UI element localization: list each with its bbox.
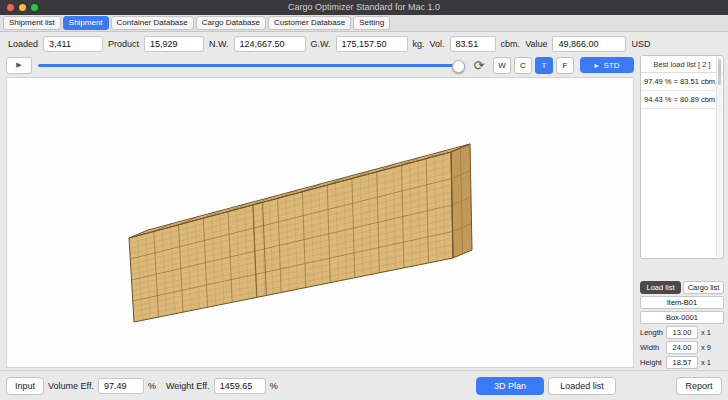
info-bar: Loaded 3,411 Product 15,929 N.W. 124,667… (0, 32, 728, 55)
tab-setting[interactable]: Setting (353, 16, 390, 30)
tab-shipment[interactable]: Shipment (63, 16, 109, 30)
window-title: Cargo Optimizer Standard for Mac 1.0 (0, 0, 728, 15)
length-count: x 1 (701, 328, 711, 337)
weight-eff-label: Weight Eff. (166, 381, 210, 391)
value-label: Value (525, 39, 547, 49)
best-load-title: Best load list [ 2 ] (641, 56, 723, 73)
height-row: Height 18.57 x 1 (640, 356, 724, 369)
load-panel-tabs: Load list Cargo list (640, 281, 724, 294)
std-button-label: STD (604, 61, 620, 70)
tab-cargo-database[interactable]: Cargo Database (196, 16, 266, 30)
vol-label: Vol. (430, 39, 445, 49)
tab-customer-database[interactable]: Customer Database (268, 16, 351, 30)
animation-slider[interactable] (38, 58, 465, 73)
volume-eff-unit: % (148, 381, 156, 391)
loaded-field[interactable]: 3,411 (43, 36, 103, 52)
slider-track[interactable] (38, 64, 465, 67)
nw-label: N.W. (209, 39, 229, 49)
right-panel: Best load list [ 2 ] 97.49 % = 83.51 cbm… (640, 55, 724, 370)
best-load-item[interactable]: 97.49 % = 83.51 cbm. (641, 73, 723, 91)
3d-viewport[interactable] (6, 77, 634, 368)
tab-load-list[interactable]: Load list (640, 281, 681, 294)
volume-eff-field[interactable]: 97.49 (98, 378, 144, 394)
report-button[interactable]: Report (676, 377, 722, 395)
product-field[interactable]: 15,929 (144, 36, 204, 52)
loaded-label: Loaded (8, 39, 38, 49)
width-row: Width 24.00 x 9 (640, 341, 724, 354)
close-button[interactable] (7, 4, 14, 11)
length-label: Length (640, 328, 666, 337)
gross-weight-field[interactable]: 175,157.50 (336, 36, 408, 52)
view-button-t[interactable]: T (535, 57, 553, 74)
net-weight-field[interactable]: 124,667.50 (234, 36, 306, 52)
volume-field[interactable]: 83.51 (450, 36, 496, 52)
app-window: Cargo Optimizer Standard for Mac 1.0 Shi… (0, 0, 728, 400)
value-unit: USD (631, 39, 650, 49)
std-button[interactable]: ▸ STD (580, 57, 634, 73)
minimize-button[interactable] (19, 4, 26, 11)
zoom-button[interactable] (31, 4, 38, 11)
view-mode-buttons: W C T F (493, 57, 574, 74)
tab-cargo-list[interactable]: Cargo list (683, 281, 724, 294)
view-toolbar: ▶ ⟳ W C T F ▸ STD (6, 55, 634, 75)
loaded-list-button[interactable]: Loaded list (548, 377, 616, 395)
gw-unit: kg. (413, 39, 425, 49)
main-tabbar: Shipment list Shipment Container Databas… (0, 15, 728, 32)
play-icon: ▶ (16, 61, 21, 69)
height-label: Height (640, 358, 666, 367)
titlebar: Cargo Optimizer Standard for Mac 1.0 (0, 0, 728, 15)
length-row: Length 13.00 x 1 (640, 326, 724, 339)
height-field[interactable]: 18.57 (666, 356, 698, 369)
play-button[interactable]: ▶ (6, 57, 32, 74)
std-arrow-icon: ▸ (594, 61, 598, 70)
width-label: Width (640, 343, 666, 352)
slider-knob[interactable] (452, 60, 465, 73)
scrollbar-thumb[interactable] (718, 59, 721, 85)
product-label: Product (108, 39, 139, 49)
width-field[interactable]: 24.00 (666, 341, 698, 354)
tab-shipment-list[interactable]: Shipment list (3, 16, 61, 30)
value-field[interactable]: 49,866.00 (552, 36, 626, 52)
volume-eff-label: Volume Eff. (48, 381, 94, 391)
traffic-lights (7, 4, 38, 11)
weight-eff-unit: % (270, 381, 278, 391)
vol-unit: cbm. (501, 39, 521, 49)
box-select[interactable]: Box-0001 (640, 311, 724, 324)
length-field[interactable]: 13.00 (666, 326, 698, 339)
width-count: x 9 (701, 343, 711, 352)
3d-plan-button[interactable]: 3D Plan (476, 377, 544, 395)
best-load-item[interactable]: 94.43 % = 80.89 cbm. (641, 91, 723, 109)
best-load-list-panel: Best load list [ 2 ] 97.49 % = 83.51 cbm… (640, 55, 724, 259)
refresh-icon[interactable]: ⟳ (471, 58, 487, 73)
tab-container-database[interactable]: Container Database (111, 16, 194, 30)
input-button[interactable]: Input (6, 377, 44, 395)
item-select[interactable]: Item-B01 (640, 296, 724, 309)
cargo-3d-render (7, 78, 633, 367)
height-count: x 1 (701, 358, 711, 367)
scrollbar[interactable] (716, 57, 722, 257)
gw-label: G.W. (311, 39, 331, 49)
view-button-c[interactable]: C (514, 57, 532, 74)
bottom-bar: Input Volume Eff. 97.49 % Weight Eff. 14… (0, 370, 728, 400)
weight-eff-field[interactable]: 1459.65 (214, 378, 266, 394)
view-button-w[interactable]: W (493, 57, 511, 74)
view-button-f[interactable]: F (556, 57, 574, 74)
